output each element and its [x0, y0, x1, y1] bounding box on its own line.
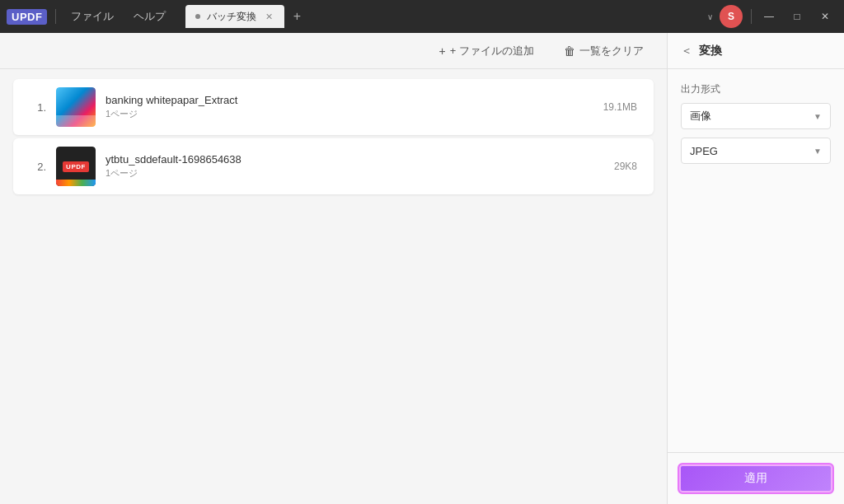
- main-area: + + ファイルの追加 🗑 一覧をクリア 1. banking whitepap…: [0, 33, 844, 504]
- clear-all-label: 一覧をクリア: [579, 44, 644, 58]
- clear-all-button[interactable]: 🗑 一覧をクリア: [557, 40, 650, 62]
- file-info-1: banking whitepapar_Extract 1ページ: [106, 94, 593, 120]
- add-files-label: + ファイルの追加: [450, 44, 534, 58]
- list-item[interactable]: 1. banking whitepapar_Extract 1ページ 19.1M…: [13, 79, 654, 135]
- file-area: + + ファイルの追加 🗑 一覧をクリア 1. banking whitepap…: [0, 33, 667, 504]
- tab-dot: [195, 14, 200, 19]
- right-panel: ＜ 変換 出力形式 画像 ▼ JPEG ▼ 適用: [667, 33, 844, 504]
- apply-label: 適用: [744, 471, 767, 486]
- chevron-down-icon[interactable]: ∨: [704, 11, 716, 23]
- tab-bar: バッチ変換 ✕ +: [185, 5, 697, 28]
- format-select-2[interactable]: JPEG ▼: [681, 138, 831, 164]
- select1-arrow-icon: ▼: [814, 112, 822, 121]
- tab-label: バッチ変換: [207, 10, 256, 24]
- close-button[interactable]: ✕: [813, 7, 837, 26]
- apply-button[interactable]: 適用: [678, 463, 834, 494]
- divider-1: [55, 9, 56, 24]
- ytbtu-stripe: [56, 180, 96, 186]
- add-icon: +: [439, 44, 446, 58]
- file-info-2: ytbtu_sddefault-1698654638 1ページ: [106, 153, 604, 180]
- format-select-2-value: JPEG: [690, 145, 718, 157]
- panel-header: ＜ 変換: [668, 33, 844, 69]
- add-files-button[interactable]: + + ファイルの追加: [433, 40, 541, 62]
- file-size-1: 19.1MB: [603, 101, 637, 113]
- titlebar: UPDF ファイル ヘルプ バッチ変換 ✕ + ∨ S — □ ✕: [0, 0, 844, 33]
- app-logo: UPDF: [7, 9, 47, 25]
- panel-title: 変換: [699, 44, 722, 58]
- list-item[interactable]: 2. UPDF ytbtu_sddefault-1698654638 1ページ …: [13, 138, 654, 194]
- window-controls: ∨ S — □ ✕: [704, 5, 837, 28]
- tab-batch-convert[interactable]: バッチ変換 ✕: [185, 5, 284, 28]
- ytbtu-logo: UPDF: [63, 161, 89, 172]
- maximize-button[interactable]: □: [785, 7, 809, 26]
- panel-content: 出力形式 画像 ▼ JPEG ▼: [668, 69, 844, 452]
- menu-help[interactable]: ヘルプ: [127, 6, 172, 27]
- format-select-1-value: 画像: [690, 109, 711, 124]
- panel-footer: 適用: [668, 452, 844, 504]
- file-pages-1: 1ページ: [106, 108, 593, 120]
- select2-arrow-icon: ▼: [814, 147, 822, 156]
- back-button[interactable]: ＜: [681, 44, 692, 58]
- tab-close-button[interactable]: ✕: [263, 11, 274, 22]
- format-select-1[interactable]: 画像 ▼: [681, 103, 831, 129]
- minimize-button[interactable]: —: [757, 7, 781, 26]
- trash-icon: 🗑: [564, 44, 575, 58]
- file-number-1: 1.: [30, 101, 46, 114]
- banking-thumb: [56, 87, 96, 127]
- file-thumbnail-1: [56, 87, 96, 127]
- output-format-label: 出力形式: [681, 82, 831, 96]
- file-size-2: 29K8: [614, 161, 637, 172]
- file-toolbar: + + ファイルの追加 🗑 一覧をクリア: [0, 33, 667, 69]
- file-number-2: 2.: [30, 161, 46, 173]
- ytbtu-thumb: UPDF: [56, 147, 96, 186]
- divider-2: [751, 9, 752, 24]
- file-list: 1. banking whitepapar_Extract 1ページ 19.1M…: [0, 69, 667, 504]
- file-name-1: banking whitepapar_Extract: [106, 94, 593, 106]
- file-name-2: ytbtu_sddefault-1698654638: [106, 153, 604, 166]
- avatar[interactable]: S: [720, 5, 743, 28]
- file-pages-2: 1ページ: [106, 167, 604, 180]
- menu-file[interactable]: ファイル: [64, 6, 120, 27]
- tab-add-button[interactable]: +: [286, 6, 307, 27]
- file-thumbnail-2: UPDF: [56, 147, 96, 186]
